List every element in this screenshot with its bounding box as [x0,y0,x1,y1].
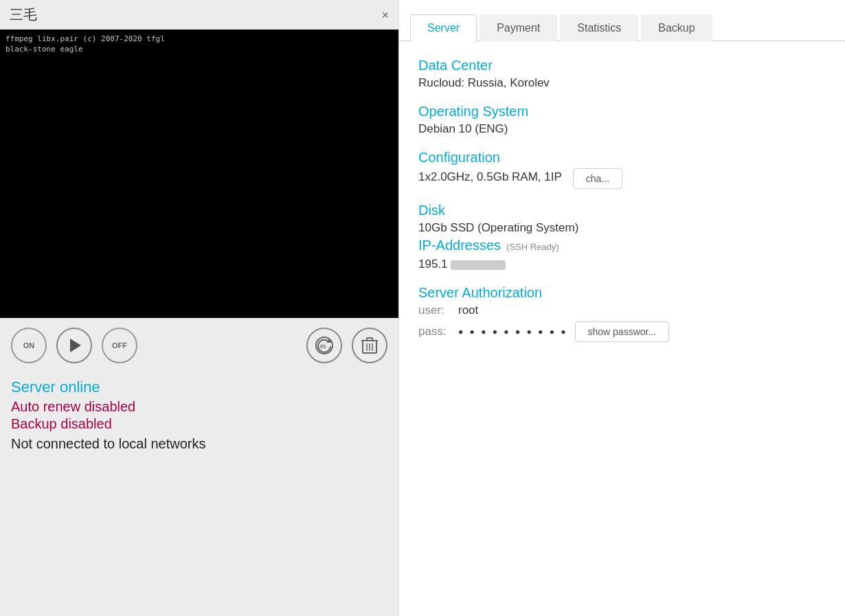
terminal-output: ffmpeg libx.pair (c) 2007-2020 tfgl blac… [0,30,398,59]
svg-text:OS: OS [320,344,326,350]
svg-rect-5 [367,338,372,341]
network-status: Not connected to local networks [11,435,387,453]
trash-icon [361,336,379,355]
pass-key-label: pass: [418,325,451,339]
os-value: Debian 10 (ENG) [418,122,826,136]
ip-address-value: 195.1 [418,258,826,271]
restart-button[interactable] [56,328,92,363]
show-password-button[interactable]: show passwor... [575,321,670,342]
config-row: 1x2.0GHz, 0.5Gb RAM, 1IP cha... [418,168,826,189]
disk-label: Disk [418,203,826,218]
data-center-value: Rucloud: Russia, Korolev [418,76,826,90]
user-auth-row: user: root [418,304,826,317]
data-center-label: Data Center [418,58,826,73]
delete-button[interactable] [352,328,387,363]
tab-statistics[interactable]: Statistics [560,14,638,41]
ssh-ready-badge: (SSH Ready) [506,242,559,252]
config-label: Configuration [418,150,826,166]
left-panel: 三毛 × ffmpeg libx.pair (c) 2007-2020 tfgl… [0,0,398,616]
server-status-online: Server online [11,378,387,396]
ip-blur [451,260,506,270]
ip-label-row: IP-Addresses (SSH Ready) [418,238,826,256]
auto-renew-status: Auto renew disabled [11,399,387,415]
server-content: Data Center Rucloud: Russia, Korolev Ope… [399,41,845,363]
right-panel: Server Payment Statistics Backup Data Ce… [398,0,845,616]
title-bar: 三毛 × [0,0,398,30]
disk-value: 10Gb SSD (Operating System) [418,221,826,235]
controls-bar: ON OFF OS [0,318,398,373]
auth-label: Server Authorization [418,285,826,301]
status-section: Server online Auto renew disabled Backup… [0,373,398,464]
power-off-button[interactable]: OFF [102,328,137,363]
ip-label: IP-Addresses [418,238,501,253]
user-key-label: user: [418,304,451,317]
close-button[interactable]: × [381,9,389,21]
tabs-bar: Server Payment Statistics Backup [399,0,845,41]
password-dots: ● ● ● ● ● ● ● ● ● ● [458,327,568,336]
user-value: root [458,304,478,317]
terminal-area: ffmpeg libx.pair (c) 2007-2020 tfgl blac… [0,30,398,318]
tab-payment[interactable]: Payment [480,14,557,41]
play-icon [70,339,81,352]
window-title: 三毛 [10,5,37,24]
power-on-button[interactable]: ON [11,328,47,363]
pass-auth-row: pass: ● ● ● ● ● ● ● ● ● ● show passwor..… [418,321,826,342]
tab-backup[interactable]: Backup [641,14,712,41]
config-value: 1x2.0GHz, 0.5Gb RAM, 1IP [418,170,562,184]
os-label: Operating System [418,104,826,119]
tab-server[interactable]: Server [410,14,477,41]
reinstall-os-button[interactable]: OS [306,328,342,363]
os-reinstall-icon: OS [314,335,335,356]
change-config-button[interactable]: cha... [573,168,622,189]
backup-status: Backup disabled [11,416,387,432]
